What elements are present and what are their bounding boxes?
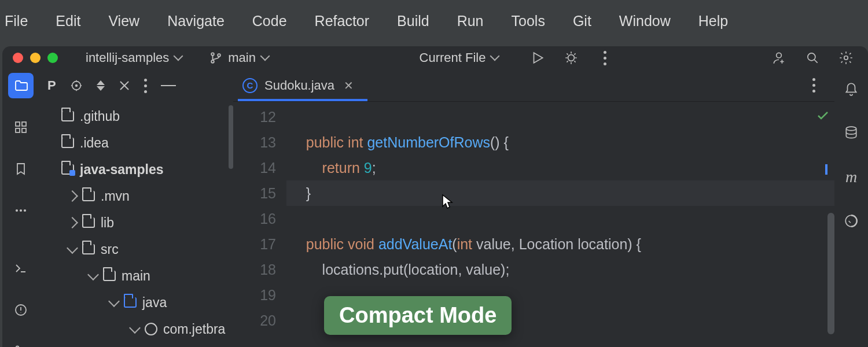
coverage-tool-button[interactable] xyxy=(840,209,863,232)
minimize-tool-window-icon[interactable] xyxy=(161,85,176,86)
line-number[interactable]: 20 xyxy=(233,308,276,333)
tree-arrow-icon[interactable] xyxy=(67,217,78,228)
menu-tools[interactable]: Tools xyxy=(512,13,545,29)
editor-tab[interactable]: C Sudoku.java ✕ xyxy=(242,78,354,93)
code-line[interactable] xyxy=(286,104,834,130)
git-branch-selector[interactable]: main xyxy=(209,50,269,65)
search-button[interactable] xyxy=(801,46,824,69)
debug-button[interactable] xyxy=(560,46,583,69)
line-number[interactable]: 12 xyxy=(233,104,276,130)
editor-area: C Sudoku.java ✕ 121314151617181920 publi… xyxy=(233,69,834,347)
folder-icon xyxy=(61,111,74,121)
editor-scrollbar[interactable] xyxy=(827,213,834,334)
active-tab-indicator xyxy=(238,99,367,101)
project-tree[interactable]: .github.ideajava-samples.mvnlibsrcmainja… xyxy=(39,102,233,347)
select-opened-file-icon[interactable] xyxy=(70,79,83,92)
tree-node[interactable]: main xyxy=(39,263,233,289)
terminal-tool-button[interactable] xyxy=(8,256,34,281)
svg-point-2 xyxy=(218,54,220,57)
settings-button[interactable] xyxy=(834,46,858,69)
svg-point-6 xyxy=(844,56,848,60)
code-with-me-button[interactable] xyxy=(767,46,790,69)
tree-node[interactable]: java-samples xyxy=(39,156,233,183)
tree-node[interactable]: .idea xyxy=(39,130,233,156)
project-selector[interactable]: intellij-samples xyxy=(86,50,182,65)
project-tree-header: P xyxy=(39,69,233,102)
tree-arrow-icon[interactable] xyxy=(108,296,120,307)
module-icon xyxy=(61,164,74,175)
vcs-tool-button[interactable] xyxy=(8,339,34,347)
close-tab-icon[interactable]: ✕ xyxy=(344,79,354,93)
notifications-button[interactable] xyxy=(840,77,863,101)
inspection-ok-icon[interactable] xyxy=(816,109,830,123)
expand-collapse-icon[interactable] xyxy=(97,80,105,91)
tree-node[interactable]: .mvn xyxy=(39,183,233,209)
menu-refactor[interactable]: Refactor xyxy=(315,13,369,29)
tree-node-label: lib xyxy=(101,215,114,231)
svg-rect-7 xyxy=(16,122,20,126)
code-editor[interactable]: 121314151617181920 public int getNumberO… xyxy=(233,102,834,347)
structure-tool-button[interactable] xyxy=(8,115,34,140)
java-class-icon: C xyxy=(242,78,258,93)
tree-arrow-icon[interactable] xyxy=(67,190,78,202)
tree-node-label: java-samples xyxy=(80,162,163,178)
tree-arrow-icon[interactable] xyxy=(67,242,78,254)
menu-view[interactable]: View xyxy=(108,13,139,29)
code-line[interactable]: public void addValueAt(int value, Locati… xyxy=(286,231,834,257)
maximize-window-button[interactable] xyxy=(47,53,58,63)
chevron-down-icon xyxy=(260,51,270,61)
menu-help[interactable]: Help xyxy=(698,13,728,29)
run-config-selector[interactable]: Current File xyxy=(420,50,499,65)
line-number[interactable]: 13 xyxy=(233,130,276,155)
tree-node[interactable]: java xyxy=(39,289,233,316)
line-number[interactable]: 15 xyxy=(233,180,276,206)
menu-file[interactable]: File xyxy=(5,13,28,29)
code-line[interactable]: locations.put(location, value); xyxy=(286,257,834,282)
tree-options-icon[interactable] xyxy=(144,79,147,93)
svg-rect-8 xyxy=(22,122,26,126)
maven-tool-button[interactable]: m xyxy=(840,165,863,189)
menu-navigate[interactable]: Navigate xyxy=(167,13,225,29)
svg-point-12 xyxy=(20,210,21,211)
folder-icon xyxy=(82,191,95,201)
tree-arrow-icon[interactable] xyxy=(87,269,99,280)
project-tree-pane: P .github.ideajava-samples.mvnlibsrcmain… xyxy=(39,69,233,347)
menu-code[interactable]: Code xyxy=(252,13,287,29)
more-tools-button[interactable] xyxy=(8,198,34,223)
tree-node[interactable]: .github xyxy=(39,103,233,130)
code-line[interactable] xyxy=(286,206,834,231)
database-tool-button[interactable] xyxy=(840,121,863,145)
line-number[interactable]: 18 xyxy=(233,257,276,282)
tree-scrollbar[interactable] xyxy=(229,105,233,169)
code-line[interactable]: } xyxy=(286,180,834,206)
line-number-gutter[interactable]: 121314151617181920 xyxy=(233,102,286,347)
tree-node[interactable]: lib xyxy=(39,209,233,236)
close-window-button[interactable] xyxy=(13,53,23,63)
tree-node-label: java xyxy=(142,295,167,311)
hide-tool-window-icon[interactable] xyxy=(119,80,130,91)
menu-git[interactable]: Git xyxy=(573,13,591,29)
line-number[interactable]: 14 xyxy=(233,155,276,180)
line-number[interactable]: 19 xyxy=(233,282,276,308)
menu-build[interactable]: Build xyxy=(397,13,429,29)
line-number[interactable]: 17 xyxy=(233,231,276,257)
project-tool-button[interactable] xyxy=(8,73,34,98)
run-button[interactable] xyxy=(526,46,549,69)
folder-icon xyxy=(61,138,74,148)
menu-edit[interactable]: Edit xyxy=(56,13,80,29)
menu-window[interactable]: Window xyxy=(619,13,671,29)
minimize-window-button[interactable] xyxy=(30,53,41,63)
code-line[interactable]: return 9; xyxy=(286,155,834,180)
tree-arrow-icon[interactable] xyxy=(129,322,141,334)
line-number[interactable]: 16 xyxy=(233,206,276,231)
bookmarks-tool-button[interactable] xyxy=(8,156,34,182)
problems-tool-button[interactable] xyxy=(8,297,34,323)
tab-options-button[interactable] xyxy=(802,74,825,97)
more-actions-button[interactable] xyxy=(593,46,616,69)
tree-node[interactable]: src xyxy=(39,236,233,263)
project-header-label[interactable]: P xyxy=(47,78,56,93)
code-line[interactable]: public int getNumberOfRows() { xyxy=(286,130,834,155)
maven-icon: m xyxy=(845,168,857,186)
tree-node[interactable]: com.jetbra xyxy=(39,316,233,342)
menu-run[interactable]: Run xyxy=(457,13,484,29)
